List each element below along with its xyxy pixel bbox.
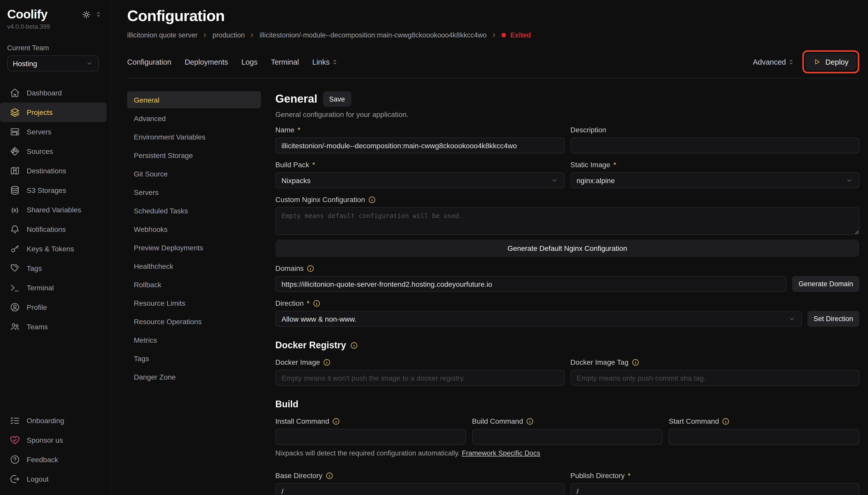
save-button[interactable]: Save xyxy=(323,91,351,107)
subnav-item[interactable]: Danger Zone xyxy=(127,368,261,385)
subnav-item[interactable]: Resource Limits xyxy=(127,294,261,311)
info-icon[interactable] xyxy=(632,358,639,366)
subnav-item[interactable]: Scheduled Tasks xyxy=(127,202,261,219)
sidebar-item-label: S3 Storages xyxy=(26,186,66,194)
profile-icon xyxy=(10,302,20,312)
sidebar-item[interactable]: Shared Variables xyxy=(0,200,107,220)
breadcrumb-link[interactable]: production xyxy=(213,31,245,39)
subnav-item[interactable]: Environment Variables xyxy=(127,128,261,145)
chevrons-up-down-icon[interactable] xyxy=(95,11,102,18)
sidebar-footer-item[interactable]: Sponsor us xyxy=(0,430,107,450)
info-icon[interactable] xyxy=(332,417,340,425)
subnav-item[interactable]: General xyxy=(127,91,261,108)
install-command-input[interactable] xyxy=(275,429,466,445)
subnav-item[interactable]: Rollback xyxy=(127,276,261,293)
sidebar-item[interactable]: Notifications xyxy=(0,220,107,239)
subnav-item[interactable]: Git Source xyxy=(127,165,261,182)
sidebar-item[interactable]: Destinations xyxy=(0,161,107,181)
sidebar-item[interactable]: Tags xyxy=(0,258,107,278)
build-command-field-group: Build Command xyxy=(472,410,662,445)
subnav-item[interactable]: Metrics xyxy=(127,331,261,348)
tab[interactable]: Configuration xyxy=(127,58,172,66)
sidebar-item-label: Servers xyxy=(26,128,51,136)
sidebar-item[interactable]: S3 Storages xyxy=(0,181,107,200)
breadcrumb-link[interactable]: illicitonion quote server xyxy=(127,31,198,39)
static-image-select[interactable]: nginx:alpine xyxy=(570,172,859,188)
info-icon[interactable] xyxy=(526,417,534,425)
base-directory-input[interactable] xyxy=(275,483,564,495)
chevron-down-icon xyxy=(86,59,93,67)
info-icon[interactable] xyxy=(722,417,730,425)
sidebar-item[interactable]: Profile xyxy=(0,297,107,317)
subnav-item[interactable]: Preview Deployments xyxy=(127,239,261,256)
sidebar-item[interactable]: Projects xyxy=(0,103,107,122)
sidebar-item[interactable]: Sources xyxy=(0,141,107,161)
publish-directory-input[interactable] xyxy=(570,483,859,495)
domains-input[interactable] xyxy=(275,276,787,292)
team-select[interactable]: Hosting xyxy=(7,55,99,71)
advanced-dropdown[interactable]: Advanced xyxy=(753,58,795,66)
subnav-item[interactable]: Tags xyxy=(127,350,261,367)
sidebar-item[interactable]: Teams xyxy=(0,317,107,337)
build-command-input[interactable] xyxy=(472,429,662,445)
set-direction-button[interactable]: Set Direction xyxy=(807,311,859,327)
app-version: v4.0.0-beta.399 xyxy=(0,21,110,30)
deploy-button[interactable]: Deploy xyxy=(805,53,856,70)
info-icon[interactable] xyxy=(323,358,331,366)
subnav-item[interactable]: Servers xyxy=(127,184,261,201)
subnav-item[interactable]: Webhooks xyxy=(127,221,261,238)
tab[interactable]: Links xyxy=(312,58,338,66)
info-icon[interactable] xyxy=(325,472,333,479)
tab[interactable]: Terminal xyxy=(271,58,299,66)
tab[interactable]: Logs xyxy=(242,58,258,66)
sidebar-footer-item[interactable]: Logout xyxy=(0,470,107,489)
sidebar-item-label: Sources xyxy=(26,147,53,155)
framework-docs-link[interactable]: Framework Specific Docs xyxy=(462,449,540,457)
sidebar-item[interactable]: Dashboard xyxy=(0,83,107,103)
sidebar-item[interactable]: Keys & Tokens xyxy=(0,239,107,258)
docker-image-tag-input[interactable] xyxy=(570,370,859,386)
subnav-item[interactable]: Advanced xyxy=(127,110,261,127)
start-command-input[interactable] xyxy=(669,429,859,445)
sidebar-footer-item[interactable]: Feedback xyxy=(0,450,107,470)
install-command-field-group: Install Command xyxy=(275,410,466,445)
general-form: General Save General configuration for y… xyxy=(275,91,859,495)
custom-nginx-textarea[interactable] xyxy=(275,207,859,235)
tab[interactable]: Deployments xyxy=(185,58,228,66)
shared-variables-icon xyxy=(10,205,20,215)
status-label: Exited xyxy=(510,31,531,39)
subnav-item-label: Advanced xyxy=(134,114,166,122)
subnav-item[interactable]: Resource Operations xyxy=(127,313,261,330)
domains-label: Domains xyxy=(275,264,859,272)
chevron-right-icon xyxy=(491,32,497,38)
name-input[interactable] xyxy=(275,137,564,153)
build-pack-select[interactable]: Nixpacks xyxy=(275,172,564,188)
generate-nginx-button[interactable]: Generate Default Nginx Configuration xyxy=(275,240,859,257)
info-icon[interactable] xyxy=(368,196,376,203)
subnav-item-label: Resource Limits xyxy=(134,299,185,307)
sidebar-footer-label: Onboarding xyxy=(26,416,64,425)
theme-sun-icon[interactable] xyxy=(82,10,91,19)
description-input[interactable] xyxy=(570,137,859,153)
info-icon[interactable] xyxy=(313,299,320,307)
subnav-item[interactable]: Persistent Storage xyxy=(127,147,261,164)
terminal-icon xyxy=(10,283,20,293)
docker-image-field-group: Docker Image xyxy=(275,351,564,386)
docker-image-input[interactable] xyxy=(275,370,564,386)
teams-icon xyxy=(10,322,20,332)
info-icon[interactable] xyxy=(307,264,315,272)
breadcrumb-link[interactable]: illicitestonion/-module--decomposition:m… xyxy=(260,31,486,39)
breadcrumb-item: production xyxy=(213,31,255,39)
tabs-right-actions: Advanced Deploy xyxy=(753,50,859,73)
sidebar-footer-item[interactable]: Onboarding xyxy=(0,411,107,430)
sidebar-item[interactable]: Terminal xyxy=(0,278,107,297)
generate-domain-button[interactable]: Generate Domain xyxy=(792,276,859,292)
home-icon xyxy=(10,88,20,98)
destinations-map-icon xyxy=(10,166,20,176)
sidebar-item[interactable]: Servers xyxy=(0,122,107,141)
subnav-item[interactable]: Healthcheck xyxy=(127,257,261,274)
tab-label: Deployments xyxy=(185,58,228,66)
direction-select[interactable]: Allow www & non-www. xyxy=(275,311,802,327)
bell-icon xyxy=(10,224,20,235)
info-icon[interactable] xyxy=(350,342,358,349)
